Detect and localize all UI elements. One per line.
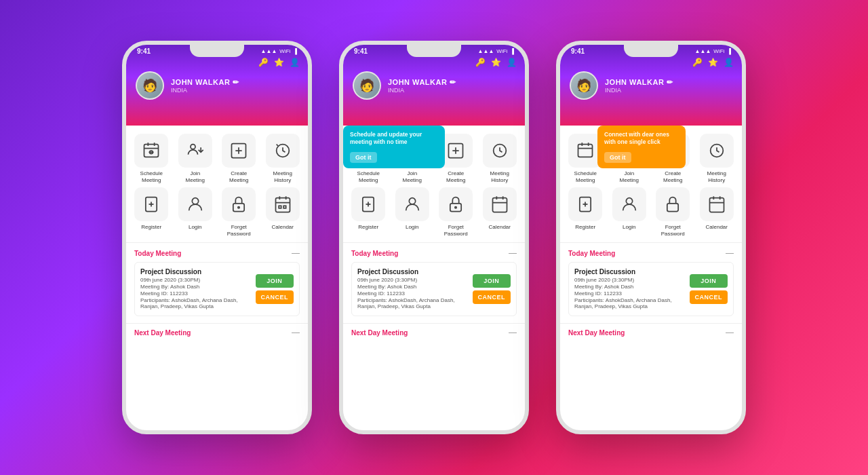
- login-icon-3: [620, 195, 639, 214]
- meeting-title-1: Project Discussion: [140, 268, 252, 276]
- phone-frame-3: 9:41 ▲▲▲ WiFi ▐ 🔑 ⭐ 👤 🧑: [556, 41, 746, 434]
- orange-tooltip[interactable]: Connect with dear ones with one single c…: [597, 126, 686, 168]
- next-meeting-dash-2: —: [509, 328, 517, 337]
- grid-calendar-1[interactable]: Calendar: [263, 187, 303, 237]
- profile-icon-2[interactable]: 👤: [507, 58, 517, 67]
- password-label-2: ForgetPassword: [444, 224, 468, 237]
- grid-login-3[interactable]: Login: [610, 187, 650, 237]
- status-time-2: 9:41: [354, 48, 368, 55]
- login-label-2: Login: [406, 224, 419, 231]
- grid-register-3[interactable]: Register: [566, 187, 606, 237]
- icon-grid-1: ScheduleMeeting JoinMeeting CreateMeetin…: [126, 126, 308, 242]
- grid-login-2[interactable]: Login: [393, 187, 433, 237]
- calendar-label-3: Calendar: [706, 224, 728, 231]
- cancel-button-2[interactable]: CANCEL: [473, 290, 511, 304]
- status-icons-2: ▲▲▲ WiFi ▐: [478, 48, 514, 54]
- grid-password-3[interactable]: ForgetPassword: [653, 187, 693, 237]
- grid-join-1[interactable]: JoinMeeting: [176, 134, 216, 183]
- meeting-date-3: 09th june 2020 (3:30PM): [574, 277, 686, 283]
- avatar-image-1: 🧑: [137, 73, 163, 98]
- teal-got-it-button[interactable]: Got it: [350, 152, 377, 163]
- join-label-1: JoinMeeting: [186, 170, 205, 183]
- grid-schedule-1[interactable]: ScheduleMeeting: [132, 134, 172, 183]
- grid-register-1[interactable]: Register: [132, 187, 172, 237]
- status-icons-1: ▲▲▲ WiFi ▐: [261, 48, 297, 54]
- profile-icon[interactable]: 👤: [290, 58, 300, 67]
- svg-rect-39: [450, 204, 461, 212]
- svg-rect-59: [709, 198, 724, 212]
- meeting-id-1: Meeting ID: 112233: [140, 290, 252, 297]
- forget-password-icon-3: [663, 195, 682, 214]
- grid-register-2[interactable]: Register: [349, 187, 389, 237]
- meeting-participants-3: Participants: AshokDash, Archana Dash, R…: [574, 297, 686, 309]
- next-meeting-bar-1: Next Day Meeting —: [126, 323, 308, 345]
- cancel-button-1[interactable]: CANCEL: [256, 290, 294, 304]
- create-meeting-icon: [229, 141, 248, 160]
- profile-country-2: INDIA: [388, 87, 456, 94]
- teal-tooltip[interactable]: Schedule and update your meeting with no…: [343, 126, 445, 168]
- today-meeting-title-3: Today Meeting: [568, 250, 615, 257]
- meeting-card-1: Project Discussion 09th june 2020 (3:30P…: [134, 262, 300, 316]
- today-meeting-dash-1: —: [292, 248, 300, 258]
- today-meeting-dash-2: —: [509, 248, 517, 258]
- svg-rect-23: [283, 206, 286, 209]
- avatar-image-2: 🧑: [354, 73, 380, 98]
- signal-icon-3: ▲▲▲: [695, 48, 711, 54]
- history-icon-box-2: [483, 134, 517, 168]
- avatar-3: 🧑: [570, 71, 598, 100]
- grid-password-2[interactable]: ForgetPassword: [436, 187, 476, 237]
- grid-calendar-2[interactable]: Calendar: [480, 187, 520, 237]
- orange-got-it-button[interactable]: Got it: [604, 152, 631, 163]
- login-icon-2: [403, 195, 422, 214]
- schedule-label-2: ScheduleMeeting: [357, 170, 380, 183]
- svg-rect-16: [233, 204, 244, 212]
- history-label-1: MeetingHistory: [273, 170, 292, 183]
- grid-history-1[interactable]: MeetingHistory: [263, 134, 303, 183]
- join-button-3[interactable]: JOIN: [690, 274, 728, 288]
- grid-password-1[interactable]: ForgetPassword: [219, 187, 259, 237]
- svg-rect-58: [667, 204, 678, 212]
- meeting-participants-2: Participants: AshokDash, Archana Dash, R…: [357, 297, 469, 309]
- star-icon-2[interactable]: ⭐: [491, 58, 501, 67]
- grid-create-1[interactable]: CreateMeeting: [219, 134, 259, 183]
- phone-2: 9:41 ▲▲▲ WiFi ▐ 🔑 ⭐ 👤 🧑: [339, 41, 529, 434]
- meeting-info-2: Project Discussion 09th june 2020 (3:30P…: [357, 268, 469, 310]
- password-label-3: ForgetPassword: [661, 224, 685, 237]
- password-icon-box-3: [656, 187, 690, 221]
- calendar-label-2: Calendar: [489, 224, 511, 231]
- meeting-date-2: 09th june 2020 (3:30PM): [357, 277, 469, 283]
- profile-info-3: JOHN WALKAR ✏ INDIA: [605, 78, 673, 94]
- svg-rect-22: [279, 206, 281, 209]
- history-label-2: MeetingHistory: [490, 170, 509, 183]
- schedule-label-1: ScheduleMeeting: [140, 170, 163, 183]
- battery-icon-3: ▐: [727, 48, 731, 54]
- history-icon-box-1: [266, 134, 300, 168]
- key-icon-3[interactable]: 🔑: [692, 58, 703, 67]
- grid-calendar-3[interactable]: Calendar: [697, 187, 737, 237]
- meeting-card-2: Project Discussion 09th june 2020 (3:30P…: [351, 262, 517, 316]
- grid-history-3[interactable]: MeetingHistory: [697, 134, 737, 183]
- next-meeting-title-1: Next Day Meeting: [134, 329, 191, 337]
- create-icon-box-1: [222, 134, 256, 168]
- meeting-card-3: Project Discussion 09th june 2020 (3:30P…: [568, 262, 734, 316]
- key-icon-2[interactable]: 🔑: [475, 58, 486, 67]
- today-meeting-section-3: Today Meeting — Project Discussion 09th …: [560, 242, 742, 323]
- svg-rect-41: [492, 198, 507, 212]
- meeting-by-3: Meeting By: Ashok Dash: [574, 284, 686, 290]
- grid-login-1[interactable]: Login: [176, 187, 216, 237]
- profile-icon-3[interactable]: 👤: [724, 58, 734, 67]
- next-meeting-header-2: Next Day Meeting —: [351, 328, 517, 337]
- join-button-1[interactable]: JOIN: [256, 274, 294, 288]
- profile-country-1: INDIA: [171, 87, 239, 94]
- join-button-2[interactable]: JOIN: [473, 274, 511, 288]
- next-meeting-bar-3: Next Day Meeting —: [560, 323, 742, 345]
- meeting-id-3: Meeting ID: 112233: [574, 290, 686, 297]
- calendar-icon: [273, 195, 292, 214]
- star-icon[interactable]: ⭐: [274, 58, 284, 67]
- wifi-icon-3: WiFi: [713, 48, 724, 54]
- grid-history-2[interactable]: MeetingHistory: [480, 134, 520, 183]
- cancel-button-3[interactable]: CANCEL: [690, 290, 728, 304]
- meeting-date-1: 09th june 2020 (3:30PM): [140, 277, 252, 283]
- star-icon-3[interactable]: ⭐: [708, 58, 718, 67]
- key-icon[interactable]: 🔑: [258, 58, 269, 67]
